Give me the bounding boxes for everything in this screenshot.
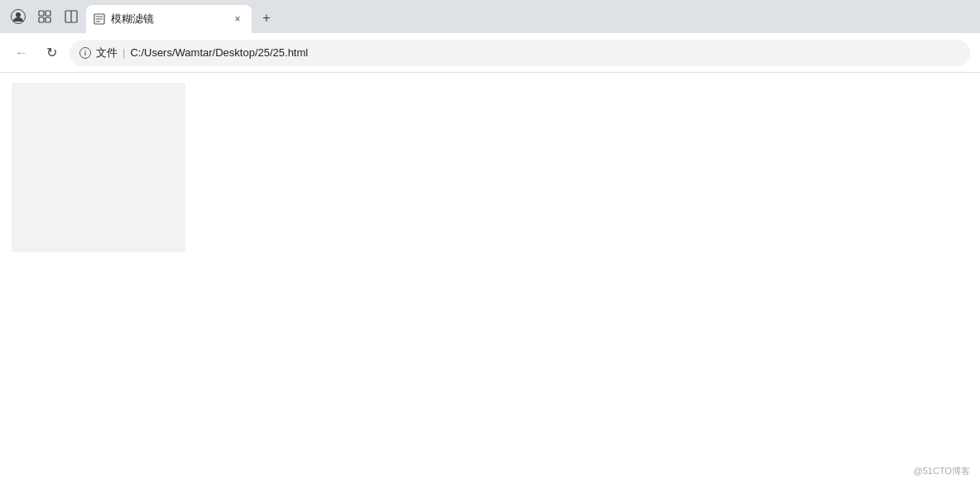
watermark: @51CTO博客: [914, 465, 970, 477]
blurred-element: [12, 83, 185, 252]
browser-controls-left: [7, 5, 83, 33]
info-icon: [79, 47, 91, 59]
address-bar: ← ↻ 文件 | C:/Users/Wamtar/Desktop/25/25.h…: [0, 33, 980, 73]
tab-favicon: [93, 12, 106, 26]
svg-rect-2: [39, 11, 44, 16]
svg-point-14: [84, 50, 85, 50]
page-content: @51CTO博客: [0, 73, 980, 484]
svg-rect-5: [46, 17, 50, 22]
svg-rect-3: [46, 11, 50, 16]
tab-bar: 模糊滤镜 × +: [0, 0, 980, 33]
address-prefix: 文件: [96, 46, 118, 60]
svg-rect-4: [39, 17, 44, 22]
tab-title: 模糊滤镜: [111, 12, 225, 26]
address-input[interactable]: 文件 | C:/Users/Wamtar/Desktop/25/25.html: [70, 40, 970, 66]
split-icon[interactable]: [60, 5, 83, 28]
browser-window: 模糊滤镜 × + ← ↻ 文件 | C:/Users/Wamtar/Deskto…: [0, 0, 980, 484]
address-url: C:/Users/Wamtar/Desktop/25/25.html: [130, 46, 308, 59]
back-button[interactable]: ←: [10, 41, 33, 65]
active-tab[interactable]: 模糊滤镜 ×: [86, 5, 252, 33]
profile-icon[interactable]: [7, 5, 30, 28]
extensions-icon[interactable]: [33, 5, 56, 28]
svg-point-1: [16, 12, 21, 17]
new-tab-button[interactable]: +: [255, 7, 278, 30]
address-separator: |: [122, 46, 125, 59]
tab-close-button[interactable]: ×: [230, 12, 245, 26]
refresh-button[interactable]: ↻: [40, 41, 63, 65]
